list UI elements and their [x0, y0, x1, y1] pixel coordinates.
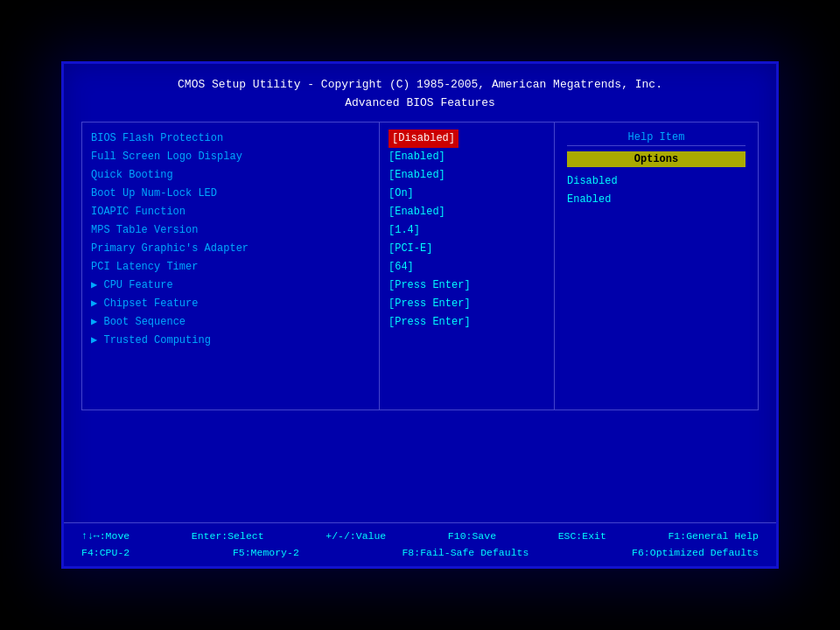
value-item-9[interactable]: [Press Enter]: [388, 276, 545, 295]
footer-exit: ESC:Exit: [558, 528, 606, 544]
footer-f6: F6:Optimized Defaults: [632, 545, 759, 561]
footer-f4: F4:CPU-2: [81, 545, 130, 561]
menu-item-2[interactable]: Quick Booting: [91, 166, 370, 185]
menu-item-0[interactable]: BIOS Flash Protection: [91, 130, 370, 148]
footer-move: ↑↓↔:Move: [81, 528, 130, 544]
value-item-2[interactable]: [Enabled]: [388, 148, 545, 166]
help-option-0: Disabled: [567, 172, 746, 191]
value-item-5[interactable]: [Enabled]: [388, 203, 545, 221]
values-panel: [Disabled][Enabled][Enabled][On][Enabled…: [380, 122, 555, 410]
menu-item-8[interactable]: ▶ CPU Feature: [91, 276, 370, 295]
main-content: BIOS Flash ProtectionFull Screen Logo Di…: [81, 122, 759, 410]
menu-item-9[interactable]: ▶ Chipset Feature: [91, 295, 370, 313]
footer-save: F10:Save: [448, 528, 496, 544]
footer-f8: F8:Fail-Safe Defaults: [402, 545, 528, 561]
value-item-7[interactable]: [PCI-E]: [388, 240, 545, 258]
help-title: Help Item: [567, 130, 746, 146]
header-line1: CMOS Setup Utility - Copyright (C) 1985-…: [73, 76, 767, 94]
menu-item-5[interactable]: MPS Table Version: [91, 221, 370, 240]
bios-screen: CMOS Setup Utility - Copyright (C) 1985-…: [61, 61, 779, 569]
footer-line1: ↑↓↔:Move Enter:Select +/-/:Value F10:Sav…: [81, 528, 759, 544]
footer: ↑↓↔:Move Enter:Select +/-/:Value F10:Sav…: [64, 522, 776, 566]
header: CMOS Setup Utility - Copyright (C) 1985-…: [64, 64, 776, 118]
menu-item-1[interactable]: Full Screen Logo Display: [91, 148, 370, 166]
menu-item-3[interactable]: Boot Up Num-Lock LED: [91, 185, 370, 203]
footer-f5: F5:Memory-2: [233, 545, 299, 561]
footer-line2: F4:CPU-2 F5:Memory-2 F8:Fail-Safe Defaul…: [81, 545, 759, 561]
menu-panel: BIOS Flash ProtectionFull Screen Logo Di…: [82, 122, 380, 410]
footer-select: Enter:Select: [192, 528, 264, 544]
value-item-10[interactable]: [Press Enter]: [388, 295, 545, 313]
value-item-11[interactable]: [Press Enter]: [388, 313, 545, 332]
menu-item-11[interactable]: ▶ Trusted Computing: [91, 332, 370, 350]
header-line2: Advanced BIOS Features: [73, 94, 767, 113]
value-item-4[interactable]: [On]: [388, 185, 545, 203]
footer-help: F1:General Help: [668, 528, 759, 544]
footer-value: +/-/:Value: [326, 528, 386, 544]
help-option-1: Enabled: [567, 191, 746, 209]
menu-item-7[interactable]: PCI Latency Timer: [91, 258, 370, 276]
value-item-3[interactable]: [Enabled]: [388, 166, 545, 185]
value-item-1[interactable]: [Disabled]: [388, 130, 545, 148]
value-item-6[interactable]: [1.4]: [388, 221, 545, 240]
menu-item-10[interactable]: ▶ Boot Sequence: [91, 313, 370, 332]
options-label: Options: [567, 151, 746, 167]
help-options: DisabledEnabled: [567, 172, 746, 209]
value-item-8[interactable]: [64]: [388, 258, 545, 276]
menu-item-4[interactable]: IOAPIC Function: [91, 203, 370, 221]
menu-item-6[interactable]: Primary Graphic's Adapter: [91, 240, 370, 258]
help-panel: Help Item Options DisabledEnabled: [555, 122, 758, 410]
